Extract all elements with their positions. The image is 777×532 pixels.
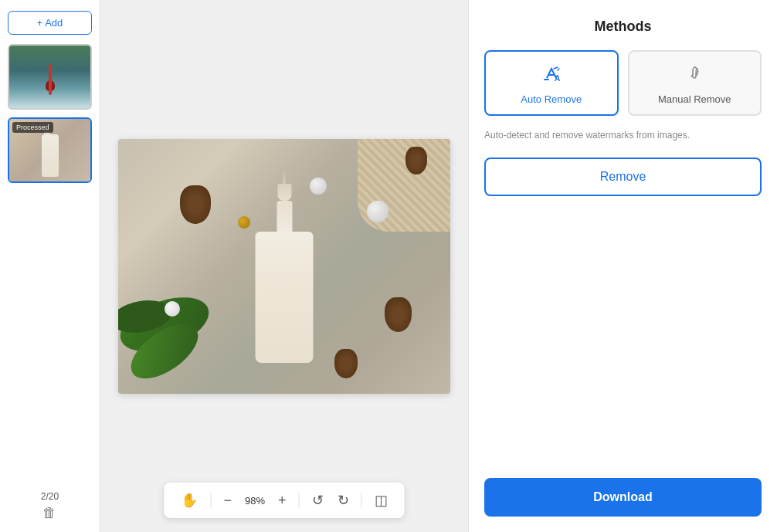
- method-buttons: A Auto Remove Manual Remove: [484, 50, 762, 116]
- right-panel: Methods A Auto Remove: [468, 0, 777, 532]
- toolbar-divider-1: [210, 493, 211, 508]
- manual-remove-button[interactable]: Manual Remove: [628, 50, 762, 116]
- auto-remove-icon: A: [541, 63, 562, 89]
- bottle-neck: [277, 201, 292, 232]
- undo-button[interactable]: ↺: [307, 489, 328, 512]
- dropper-cap: [277, 184, 291, 201]
- canvas-toolbar: ✋ − 98% + ↺ ↻ ◫: [164, 483, 404, 518]
- pine-cone-4: [405, 147, 427, 175]
- compare-button[interactable]: ◫: [370, 489, 392, 512]
- manual-remove-label: Manual Remove: [658, 93, 731, 105]
- manual-remove-icon: [684, 63, 705, 89]
- methods-title: Methods: [484, 19, 762, 35]
- method-description: Auto-detect and remove watermarks from i…: [484, 128, 762, 142]
- canvas-area: ✋ − 98% + ↺ ↻ ◫: [100, 0, 468, 532]
- main-bottle: [256, 170, 314, 363]
- download-button[interactable]: Download: [484, 478, 762, 517]
- processed-badge: Processed: [12, 122, 53, 133]
- pine-cone-1: [385, 297, 412, 332]
- spacer: [484, 208, 762, 478]
- zoom-level: 98%: [241, 495, 269, 507]
- toolbar-divider-3: [361, 493, 362, 508]
- sidebar: + Add Processed 2/20 🗑: [0, 0, 100, 532]
- trash-icon[interactable]: 🗑: [42, 505, 56, 521]
- pine-cone-2: [180, 185, 211, 224]
- redo-button[interactable]: ↻: [333, 489, 354, 512]
- thumbnail-item-lake[interactable]: [8, 44, 92, 110]
- pine-cone-3: [334, 349, 358, 378]
- remove-button[interactable]: Remove: [484, 158, 762, 196]
- pan-tool-button[interactable]: ✋: [176, 489, 202, 512]
- sphere-1: [367, 201, 388, 222]
- image-canvas: [118, 139, 450, 394]
- zoom-out-button[interactable]: −: [219, 490, 236, 512]
- sphere-2: [165, 301, 180, 317]
- bottle-body-main: [256, 232, 314, 363]
- thumbnail-item-bottle[interactable]: Processed: [8, 117, 92, 183]
- auto-remove-button[interactable]: A Auto Remove: [484, 50, 619, 116]
- sphere-3: [238, 216, 250, 229]
- svg-text:A: A: [555, 74, 560, 83]
- thumbnail-list: Processed: [8, 44, 92, 183]
- auto-remove-label: Auto Remove: [521, 93, 582, 105]
- dropper-tip: [283, 170, 286, 184]
- toolbar-divider-2: [299, 493, 300, 508]
- add-button[interactable]: + Add: [8, 11, 92, 35]
- product-image: [118, 139, 450, 394]
- page-counter: 2/20: [41, 491, 59, 502]
- sidebar-bottom: 2/20 🗑: [41, 491, 59, 521]
- zoom-in-button[interactable]: +: [273, 490, 291, 512]
